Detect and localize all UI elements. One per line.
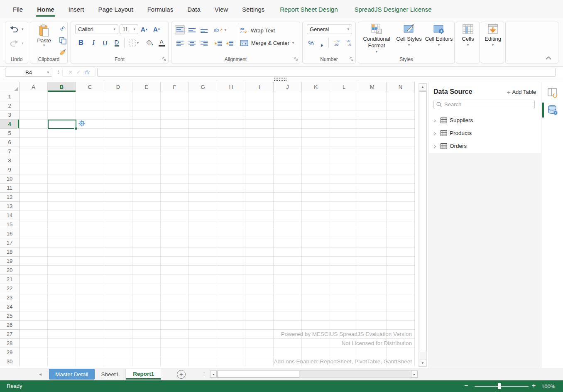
alignment-dialog-launcher[interactable] bbox=[294, 57, 298, 61]
undo-button[interactable]: ▾ bbox=[10, 26, 24, 32]
column-header-l[interactable]: L bbox=[330, 82, 358, 92]
cell-styles-button[interactable]: Cell Styles ▾ bbox=[395, 24, 423, 47]
number-dialog-launcher[interactable] bbox=[350, 57, 354, 61]
zoom-slider[interactable] bbox=[475, 386, 529, 387]
comma-style-button[interactable]: , bbox=[317, 38, 327, 48]
increase-font-size-button[interactable]: A▴ bbox=[141, 24, 147, 34]
menu-item-insert[interactable]: Insert bbox=[61, 0, 91, 18]
formula-input[interactable] bbox=[97, 68, 556, 77]
percent-style-button[interactable]: % bbox=[306, 38, 316, 48]
zoom-slider-handle[interactable] bbox=[498, 383, 501, 389]
grid-cells[interactable]: Powered by MESCIUS SpreadJS Evaluation V… bbox=[20, 92, 415, 367]
row-header-4[interactable]: 4 bbox=[0, 120, 19, 129]
row-header-18[interactable]: 18 bbox=[0, 247, 19, 257]
cancel-formula-icon[interactable]: ✕ bbox=[69, 69, 73, 75]
menu-item-settings[interactable]: Settings bbox=[235, 0, 272, 18]
splitter-drag-handle[interactable] bbox=[274, 78, 286, 81]
increase-indent-button[interactable] bbox=[225, 39, 235, 48]
column-header-f[interactable]: F bbox=[161, 82, 189, 92]
column-header-j[interactable]: J bbox=[274, 82, 302, 92]
scroll-right-icon[interactable]: ▸ bbox=[411, 371, 418, 377]
data-source-panel-icon[interactable] bbox=[547, 105, 558, 115]
paste-dropdown-icon[interactable]: ▾ bbox=[43, 44, 45, 47]
row-header-25[interactable]: 25 bbox=[0, 311, 19, 321]
cell-editor-gear-icon[interactable] bbox=[78, 120, 85, 127]
row-header-1[interactable]: 1 bbox=[0, 92, 19, 101]
binding-panel-icon[interactable] bbox=[547, 87, 558, 98]
name-box[interactable]: B4 ▾ bbox=[5, 68, 52, 77]
column-header-e[interactable]: E bbox=[132, 82, 161, 92]
align-middle-button[interactable] bbox=[187, 25, 197, 34]
conditional-format-button[interactable]: ≠ Conditional Format ▾ bbox=[360, 24, 393, 54]
redo-dropdown-icon[interactable]: ▾ bbox=[22, 42, 24, 45]
editing-button[interactable]: Editing ▾ bbox=[482, 24, 503, 47]
row-header-23[interactable]: 23 bbox=[0, 293, 19, 302]
borders-button[interactable]: ▾ bbox=[127, 38, 140, 48]
horizontal-scrollbar[interactable]: ◂ ▸ bbox=[210, 370, 418, 378]
row-header-19[interactable]: 19 bbox=[0, 257, 19, 266]
row-header-12[interactable]: 12 bbox=[0, 193, 19, 202]
formula-bar-splitter-handle[interactable]: ⋮ bbox=[56, 69, 61, 75]
row-header-27[interactable]: 27 bbox=[0, 330, 19, 339]
align-top-button[interactable] bbox=[175, 25, 185, 34]
font-dialog-launcher[interactable] bbox=[162, 57, 166, 61]
row-header-13[interactable]: 13 bbox=[0, 202, 19, 211]
horizontal-scroll-thumb[interactable] bbox=[217, 371, 299, 377]
sheet-tab-master-detail[interactable]: Master Detail bbox=[49, 369, 95, 380]
menu-item-home[interactable]: Home bbox=[30, 0, 61, 18]
undo-dropdown-icon[interactable]: ▾ bbox=[22, 27, 24, 31]
column-header-i[interactable]: I bbox=[245, 82, 274, 92]
fill-handle[interactable] bbox=[74, 127, 77, 130]
scroll-down-icon[interactable]: ▼ bbox=[419, 360, 426, 367]
copy-button[interactable] bbox=[58, 36, 68, 45]
data-source-table-orders[interactable]: ›Orders bbox=[429, 140, 541, 152]
menu-item-formulas[interactable]: Formulas bbox=[140, 0, 181, 18]
column-header-n[interactable]: N bbox=[387, 82, 415, 92]
italic-button[interactable]: I bbox=[88, 38, 98, 48]
vertical-scroll-thumb[interactable] bbox=[419, 91, 426, 352]
row-header-10[interactable]: 10 bbox=[0, 174, 19, 184]
cells-button[interactable]: Cells ▾ bbox=[458, 24, 478, 47]
decrease-decimal-button[interactable]: .00→.0 bbox=[343, 38, 353, 48]
row-header-16[interactable]: 16 bbox=[0, 229, 19, 238]
menu-item-report-sheet-design[interactable]: Report Sheet Design bbox=[272, 0, 346, 18]
column-header-m[interactable]: M bbox=[358, 82, 387, 92]
search-input[interactable] bbox=[444, 101, 532, 108]
data-source-table-products[interactable]: ›Products bbox=[429, 127, 541, 140]
row-header-28[interactable]: 28 bbox=[0, 339, 19, 348]
fill-color-button[interactable] bbox=[145, 38, 155, 48]
column-header-k[interactable]: K bbox=[302, 82, 330, 92]
row-header-7[interactable]: 7 bbox=[0, 147, 19, 156]
column-header-d[interactable]: D bbox=[104, 82, 132, 92]
scroll-left-icon[interactable]: ◂ bbox=[210, 371, 217, 377]
increase-decimal-button[interactable]: ←.0.00 bbox=[331, 38, 342, 48]
prev-sheet-icon[interactable]: ◂ bbox=[39, 371, 42, 377]
menu-item-view[interactable]: View bbox=[208, 0, 235, 18]
column-header-b[interactable]: B bbox=[48, 82, 76, 92]
row-header-8[interactable]: 8 bbox=[0, 156, 19, 165]
align-right-button[interactable] bbox=[199, 39, 209, 48]
row-header-15[interactable]: 15 bbox=[0, 220, 19, 229]
select-all-corner[interactable] bbox=[0, 82, 20, 92]
row-header-9[interactable]: 9 bbox=[0, 165, 19, 174]
sheet-tab-report1[interactable]: Report1 bbox=[126, 369, 161, 380]
align-center-button[interactable] bbox=[187, 39, 197, 48]
row-header-2[interactable]: 2 bbox=[0, 101, 19, 110]
add-table-button[interactable]: + Add Table bbox=[507, 89, 536, 95]
wrap-text-button[interactable]: abc Wrap Text bbox=[240, 27, 275, 34]
scroll-up-icon[interactable]: ▲ bbox=[419, 83, 426, 91]
confirm-formula-icon[interactable]: ✓ bbox=[76, 69, 81, 75]
column-header-c[interactable]: C bbox=[76, 82, 104, 92]
vertical-scrollbar[interactable]: ▲ ▼ bbox=[419, 83, 427, 367]
data-source-table-suppliers[interactable]: ›Suppliers bbox=[429, 114, 541, 127]
redo-button[interactable]: ▾ bbox=[10, 40, 24, 47]
underline-button[interactable]: U bbox=[100, 38, 110, 48]
chevron-right-icon[interactable]: › bbox=[434, 117, 441, 124]
orientation-button[interactable]: ab↗ ▾ bbox=[213, 25, 227, 34]
insert-function-icon[interactable]: fx bbox=[84, 69, 89, 76]
merge-center-button[interactable]: Merge & Center ▾ bbox=[240, 40, 294, 46]
font-family-select[interactable]: Calibri ▾ bbox=[75, 24, 118, 34]
format-painter-button[interactable] bbox=[58, 48, 68, 57]
menu-item-spreadjs-designer-license[interactable]: SpreadJS Designer License bbox=[346, 0, 440, 18]
zoom-out-button[interactable]: − bbox=[464, 382, 468, 390]
